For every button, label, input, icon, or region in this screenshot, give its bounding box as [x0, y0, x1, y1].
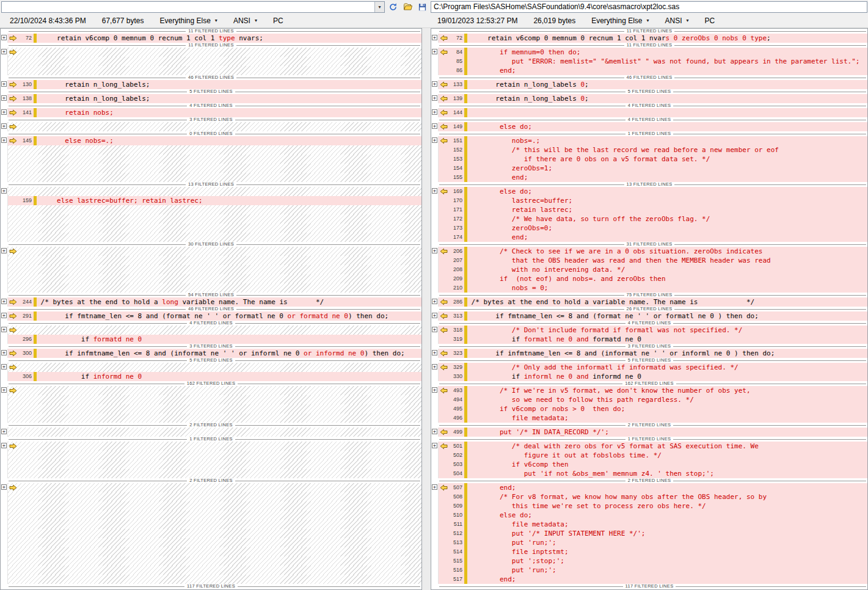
expand-section-button[interactable]: +	[432, 429, 437, 434]
save-button[interactable]	[416, 1, 429, 13]
copy-to-right-arrow-icon[interactable]	[9, 248, 17, 255]
browse-folder-button[interactable]	[401, 1, 414, 13]
left-code-pane[interactable]: 11 FILTERED LINES+72 retain v6comp 0 mem…	[0, 28, 422, 590]
expand-section-button[interactable]: +	[1, 327, 7, 332]
copy-to-left-arrow-icon[interactable]	[440, 350, 448, 357]
copy-to-right-arrow-icon[interactable]	[9, 35, 17, 42]
code-row: 172 /* We have data, so turn off the zer…	[439, 214, 867, 224]
right-diff-row: 207 that the OBS header was read and the…	[431, 256, 867, 265]
expand-section-button[interactable]: +	[1, 350, 7, 355]
expand-section-button[interactable]: +	[432, 137, 437, 143]
expand-section-button[interactable]: +	[1, 137, 7, 143]
copy-to-left-arrow-icon[interactable]	[440, 443, 448, 450]
copy-to-left-arrow-icon[interactable]	[440, 35, 448, 42]
copy-to-right-arrow-icon[interactable]	[9, 299, 17, 305]
expand-section-button[interactable]: +	[432, 387, 437, 393]
gutter-margin	[1, 205, 8, 214]
left-path-input[interactable]	[2, 2, 374, 12]
alignment-gap	[8, 363, 421, 372]
copy-to-right-arrow-icon[interactable]	[9, 443, 17, 450]
refresh-button[interactable]	[387, 1, 399, 13]
copy-to-left-arrow-icon[interactable]	[440, 123, 448, 130]
right-path-input[interactable]	[431, 1, 867, 13]
expand-section-button[interactable]: +	[1, 188, 7, 194]
left-line-endings-dropdown[interactable]: PC	[273, 16, 283, 25]
filtered-lines-separator: 46 FILTERED LINES	[1, 75, 421, 80]
copy-to-left-arrow-icon[interactable]	[440, 364, 448, 371]
expand-section-button[interactable]: +	[1, 313, 7, 318]
copy-to-right-arrow-icon[interactable]	[9, 123, 17, 130]
expand-section-button[interactable]: +	[432, 123, 437, 129]
copy-to-left-arrow-icon[interactable]	[440, 81, 448, 88]
copy-to-left-arrow-icon[interactable]	[440, 299, 448, 305]
copy-arrow-slot	[8, 566, 18, 575]
right-file-size: 26,019 bytes	[533, 16, 575, 25]
left-diff-row: +	[1, 363, 421, 372]
expand-section-button[interactable]: +	[1, 387, 7, 393]
expand-section-button[interactable]: +	[432, 248, 437, 253]
copy-to-right-arrow-icon[interactable]	[9, 350, 17, 357]
expand-section-button[interactable]: +	[1, 248, 7, 253]
copy-to-right-arrow-icon[interactable]	[9, 137, 17, 144]
copy-to-left-arrow-icon[interactable]	[440, 188, 448, 195]
copy-to-left-arrow-icon[interactable]	[440, 49, 448, 56]
expand-section-button[interactable]: +	[1, 443, 7, 448]
right-format-dropdown[interactable]: Everything Else▾	[591, 16, 649, 25]
expand-section-button[interactable]: +	[432, 313, 437, 318]
expand-section-button[interactable]: +	[1, 299, 7, 304]
expand-section-button[interactable]: +	[1, 109, 7, 115]
copy-to-left-arrow-icon[interactable]	[440, 109, 448, 116]
copy-to-right-arrow-icon[interactable]	[9, 109, 17, 116]
copy-arrow-slot	[8, 233, 18, 242]
line-number: 207	[448, 256, 464, 265]
expand-section-button[interactable]: +	[432, 299, 437, 304]
expand-section-button[interactable]: +	[1, 429, 7, 434]
left-format-dropdown[interactable]: Everything Else▾	[159, 16, 217, 25]
copy-to-left-arrow-icon[interactable]	[440, 327, 448, 333]
expand-section-button[interactable]: +	[432, 188, 437, 194]
filtered-lines-separator: 162 FILTERED LINES	[431, 381, 867, 386]
right-diff-row: +493 /* If we're in v5 format, we don't …	[431, 386, 867, 395]
right-code-pane[interactable]: 11 FILTERED LINES+72 retain v6comp 0 mem…	[431, 28, 868, 590]
copy-to-left-arrow-icon[interactable]	[440, 313, 448, 319]
right-line-endings-dropdown[interactable]: PC	[705, 16, 715, 25]
line-number: 144	[448, 108, 464, 117]
copy-to-left-arrow-icon[interactable]	[440, 95, 448, 102]
copy-to-right-arrow-icon[interactable]	[9, 484, 17, 491]
expand-section-button[interactable]: +	[432, 484, 437, 490]
expand-section-button[interactable]: +	[1, 49, 7, 54]
copy-to-right-arrow-icon[interactable]	[9, 49, 17, 56]
right-encoding-dropdown[interactable]: ANSI▾	[665, 16, 689, 25]
expand-section-button[interactable]: +	[1, 95, 7, 101]
expand-section-button[interactable]: +	[1, 81, 7, 87]
copy-to-left-arrow-icon[interactable]	[440, 137, 448, 144]
copy-to-left-arrow-icon[interactable]	[440, 248, 448, 255]
copy-to-left-arrow-icon[interactable]	[440, 387, 448, 394]
gutter-margin	[431, 469, 439, 478]
expand-section-button[interactable]: +	[432, 35, 437, 40]
expand-section-button[interactable]: +	[1, 364, 7, 370]
copy-to-right-arrow-icon[interactable]	[9, 81, 17, 88]
expand-section-button[interactable]: +	[1, 35, 7, 40]
copy-arrow-slot	[8, 214, 18, 224]
copy-to-right-arrow-icon[interactable]	[9, 364, 17, 371]
expand-section-button[interactable]: +	[432, 95, 437, 101]
copy-to-left-arrow-icon[interactable]	[440, 484, 448, 491]
copy-to-right-arrow-icon[interactable]	[9, 313, 17, 319]
expand-section-button[interactable]: +	[432, 49, 437, 54]
left-encoding-dropdown[interactable]: ANSI▾	[233, 16, 257, 25]
expand-section-button[interactable]: +	[432, 443, 437, 448]
expand-section-button[interactable]: +	[432, 109, 437, 115]
expand-section-button[interactable]: +	[1, 484, 7, 490]
expand-section-button[interactable]: +	[432, 350, 437, 355]
expand-section-button[interactable]: +	[432, 364, 437, 370]
copy-to-left-arrow-icon[interactable]	[440, 429, 448, 435]
copy-to-right-arrow-icon[interactable]	[9, 387, 17, 394]
expand-section-button[interactable]: +	[432, 81, 437, 87]
copy-to-right-arrow-icon[interactable]	[9, 327, 17, 333]
expand-section-button[interactable]: +	[1, 123, 7, 129]
expand-section-button[interactable]: +	[432, 327, 437, 332]
copy-to-right-arrow-icon[interactable]	[9, 95, 17, 102]
copy-arrow-slot	[439, 311, 448, 321]
left-path-dropdown-button[interactable]: ▾	[374, 2, 384, 12]
